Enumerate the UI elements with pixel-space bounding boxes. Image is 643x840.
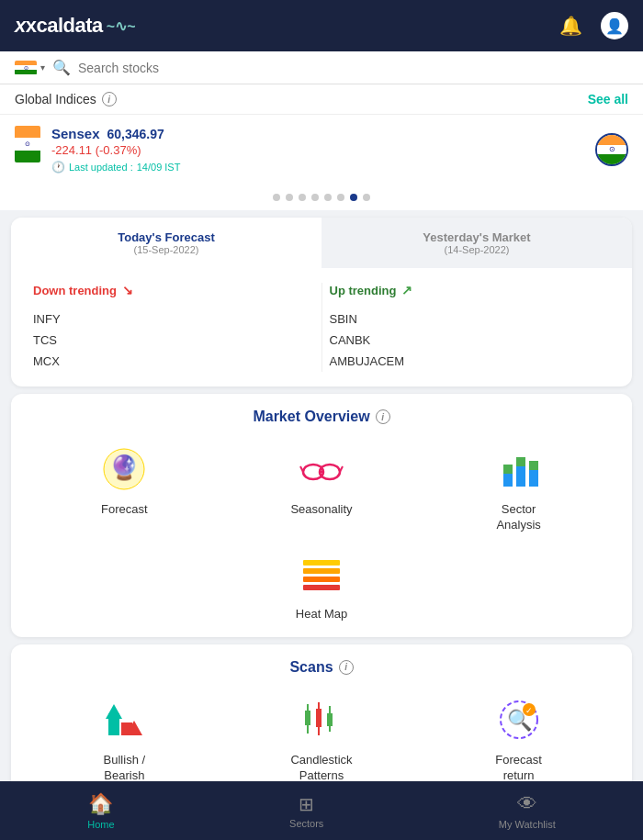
forecast-return-label: Forecastreturn — [495, 753, 542, 784]
main-content: Global Indices i See all ⊙ Sensex 60,346… — [0, 84, 643, 840]
logo-wave-icon: ~∿~ — [107, 17, 136, 35]
forecast-section: Today's Forecast (15-Sep-2022) Yesterday… — [11, 218, 632, 386]
chevron-down-icon: ▾ — [40, 62, 45, 73]
nav-home[interactable]: 🏠 Home — [87, 792, 114, 830]
forecast-return-icon: 🔍 ✓ — [493, 694, 545, 745]
scan-item-forecast-return[interactable]: 🔍 ✓ Forecastreturn — [473, 694, 565, 784]
notification-icon[interactable]: 🔔 — [559, 15, 582, 37]
market-row-1: 🔮 Forecast — [26, 443, 617, 533]
bullish-bearish-icon — [98, 694, 150, 745]
home-nav-label: Home — [87, 819, 114, 830]
search-bar: ⊙ ▾ 🔍 — [0, 51, 643, 84]
see-all-link[interactable]: See all — [588, 92, 628, 106]
bullish-bearish-label: Bullish /Bearish — [104, 753, 146, 784]
market-item-heatmap[interactable]: Heat Map — [276, 548, 367, 622]
seasonality-label: Seasonality — [290, 502, 352, 518]
carousel-dots — [0, 185, 643, 210]
india-flag-icon: ⊙ — [15, 61, 37, 75]
down-stock-2[interactable]: TCS — [33, 330, 314, 351]
yesterday-tab-date: (14-Sep-2022) — [331, 244, 623, 255]
app-logo: xxcaldata ~∿~ — [15, 14, 136, 38]
svg-rect-7 — [503, 474, 513, 487]
svg-rect-13 — [303, 560, 340, 566]
sector-analysis-icon — [493, 443, 545, 495]
forecast-up-col: Up trending ↗ SBIN CANBK AMBUJACEM — [322, 283, 618, 372]
sensex-info: Sensex 60,346.97 -224.11 (-0.37%) 🕐 Last… — [51, 126, 180, 174]
forecast-content: Down trending ↘ INFY TCS MCX Up trending… — [11, 268, 632, 386]
svg-text:✓: ✓ — [525, 706, 533, 715]
sectors-icon: ⊞ — [299, 793, 314, 815]
global-indices-label: Global Indices i — [15, 92, 117, 106]
global-indices-bar: Global Indices i See all — [0, 84, 643, 115]
scans-row-1: Bullish /Bearish — [26, 694, 617, 784]
search-input[interactable] — [78, 61, 628, 75]
sector-analysis-label: Sector Analysis — [496, 502, 540, 533]
svg-rect-11 — [529, 470, 538, 487]
heatmap-icon — [296, 548, 347, 599]
country-selector[interactable]: ⊙ ▾ — [15, 61, 45, 75]
dot-4[interactable] — [311, 194, 319, 201]
sensex-change: -224.11 (-0.37%) — [51, 143, 180, 157]
dot-6[interactable] — [337, 194, 344, 201]
india-flag-circle: ⊙ — [595, 133, 628, 166]
info-icon[interactable]: i — [102, 92, 117, 106]
sectors-nav-label: Sectors — [289, 818, 323, 829]
market-row-2: Heat Map — [26, 548, 617, 622]
scans-title: Scans i — [26, 659, 617, 676]
svg-text:🔮: 🔮 — [109, 453, 140, 482]
up-trend-label: Up trending ↗ — [330, 283, 611, 297]
up-stock-3[interactable]: AMBUJACEM — [330, 351, 611, 372]
up-stock-2[interactable]: CANBK — [330, 330, 611, 351]
candlestick-label: CandlestickPatterns — [290, 753, 352, 784]
market-overview-section: Market Overview i 🔮 Forecast — [11, 394, 632, 637]
tab-yesterday-market[interactable]: Yesterday's Market (14-Sep-2022) — [322, 218, 632, 268]
dot-1[interactable] — [273, 194, 280, 201]
svg-rect-8 — [503, 465, 513, 474]
scans-info-icon[interactable]: i — [339, 660, 354, 675]
market-item-seasonality[interactable]: Seasonality — [276, 443, 367, 533]
dot-5[interactable] — [324, 194, 332, 201]
nav-watchlist[interactable]: 👁 My Watchlist — [499, 792, 556, 830]
up-stock-1[interactable]: SBIN — [330, 308, 611, 330]
svg-line-5 — [300, 466, 303, 472]
sensex-value: 60,346.97 — [107, 127, 164, 141]
watchlist-nav-label: My Watchlist — [499, 819, 556, 830]
dot-2[interactable] — [286, 194, 293, 201]
home-icon: 🏠 — [88, 792, 113, 816]
forecast-icon: 🔮 — [98, 443, 150, 495]
svg-rect-14 — [303, 568, 340, 574]
up-arrow-icon: ↗ — [401, 283, 412, 297]
svg-rect-16 — [303, 585, 340, 590]
logo-text: xxcaldata — [15, 14, 103, 38]
svg-rect-15 — [303, 577, 340, 582]
dot-3[interactable] — [299, 194, 306, 201]
market-grid: 🔮 Forecast — [26, 443, 617, 622]
sensex-card: ⊙ Sensex 60,346.97 -224.11 (-0.37%) 🕐 La… — [0, 115, 643, 185]
bottom-navigation: 🏠 Home ⊞ Sectors 👁 My Watchlist — [0, 781, 643, 840]
tab-today-forecast[interactable]: Today's Forecast (15-Sep-2022) — [11, 218, 322, 268]
app-header: xxcaldata ~∿~ 🔔 👤 — [0, 0, 643, 51]
down-stock-1[interactable]: INFY — [33, 308, 314, 330]
market-item-forecast[interactable]: 🔮 Forecast — [78, 443, 170, 533]
clock-icon: 🕐 — [51, 161, 65, 174]
scan-item-candlestick[interactable]: CandlestickPatterns — [276, 694, 367, 784]
yesterday-tab-title: Yesterday's Market — [331, 230, 623, 244]
seasonality-icon — [296, 443, 347, 495]
search-icon: 🔍 — [52, 59, 71, 76]
svg-rect-12 — [529, 461, 538, 470]
sensex-name: Sensex — [51, 126, 100, 141]
svg-rect-22 — [305, 711, 310, 725]
market-item-sector-analysis[interactable]: Sector Analysis — [473, 443, 565, 533]
user-icon[interactable]: 👤 — [601, 12, 628, 39]
scan-item-bullish-bearish[interactable]: Bullish /Bearish — [78, 694, 170, 784]
today-tab-title: Today's Forecast — [20, 230, 312, 244]
down-stock-3[interactable]: MCX — [33, 351, 314, 372]
down-arrow-icon: ↘ — [122, 283, 133, 297]
market-overview-title: Market Overview i — [26, 409, 617, 425]
forecast-down-col: Down trending ↘ INFY TCS MCX — [26, 283, 322, 372]
nav-sectors[interactable]: ⊞ Sectors — [289, 793, 323, 829]
dot-7[interactable] — [350, 194, 357, 201]
sensex-left: ⊙ Sensex 60,346.97 -224.11 (-0.37%) 🕐 La… — [15, 126, 180, 174]
market-overview-info-icon[interactable]: i — [376, 409, 390, 424]
dot-8[interactable] — [363, 194, 370, 201]
